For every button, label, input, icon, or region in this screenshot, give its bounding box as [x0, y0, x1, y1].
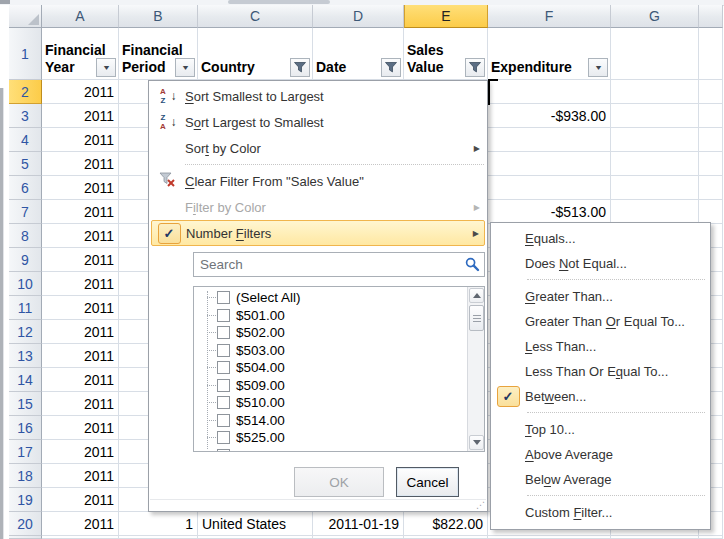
cell-G7[interactable]: [611, 200, 699, 224]
row-header-4[interactable]: 4: [9, 128, 42, 152]
row-header-17[interactable]: 17: [9, 440, 42, 464]
cell-C20[interactable]: United States: [198, 512, 313, 536]
cell-H4[interactable]: [699, 128, 723, 152]
cell-A16[interactable]: 2011: [42, 416, 119, 440]
column-header-partial[interactable]: [699, 5, 723, 28]
filter-button-financial-period[interactable]: ▼: [175, 58, 195, 77]
cell-A6[interactable]: 2011: [42, 176, 119, 200]
cell-E20[interactable]: $822.00: [404, 512, 488, 536]
filter-value-514-00[interactable]: $514.00: [200, 412, 484, 430]
cell-A9[interactable]: 2011: [42, 248, 119, 272]
menu-item-number-filters[interactable]: ✓Number Filters▶: [151, 220, 485, 246]
submenu-item-less-than-or-equal-to[interactable]: Less Than Or Equal To...: [491, 359, 710, 384]
column-header-A[interactable]: A: [42, 5, 119, 28]
cell-F2[interactable]: [488, 80, 611, 104]
filter-value-510-00[interactable]: $510.00: [200, 394, 484, 412]
select-all-corner[interactable]: [9, 5, 42, 28]
filter-button-country[interactable]: [290, 58, 310, 77]
ok-button[interactable]: OK: [294, 467, 384, 497]
cell-G5[interactable]: [611, 152, 699, 176]
cell-H7[interactable]: [699, 200, 723, 224]
submenu-item-above-average[interactable]: Above Average: [491, 442, 710, 467]
cell-G3[interactable]: [611, 104, 699, 128]
row-header-7[interactable]: 7: [9, 200, 42, 224]
row-header-18[interactable]: 18: [9, 464, 42, 488]
filter-button-expenditure[interactable]: ▼: [588, 58, 608, 77]
submenu-item-top-10[interactable]: Top 10...: [491, 417, 710, 442]
menu-item-clear-filter-from-sales-value[interactable]: Clear Filter From "Sales Value": [149, 168, 487, 194]
row-header-5[interactable]: 5: [9, 152, 42, 176]
column-header-C[interactable]: C: [198, 5, 313, 28]
menu-item-sort-by-color[interactable]: Sort by Color▶: [149, 135, 487, 161]
submenu-item-greater-than-or-equal-to[interactable]: Greater Than Or Equal To...: [491, 309, 710, 334]
header-cell-C[interactable]: Country: [198, 28, 313, 80]
cell-A8[interactable]: 2011: [42, 224, 119, 248]
submenu-item-does-not-equal[interactable]: Does Not Equal...: [491, 251, 710, 276]
header-cell-B[interactable]: FinancialPeriod▼: [119, 28, 198, 80]
cell-F7[interactable]: -$513.00: [488, 200, 611, 224]
row-header-15[interactable]: 15: [9, 392, 42, 416]
submenu-item-between[interactable]: ✓Between...: [491, 384, 710, 409]
cell-H2[interactable]: [699, 80, 723, 104]
row-header-20[interactable]: 20: [9, 512, 42, 536]
submenu-item-greater-than[interactable]: Greater Than...: [491, 284, 710, 309]
row-header-11[interactable]: 11: [9, 296, 42, 320]
cell-G6[interactable]: [611, 176, 699, 200]
filter-value-504-00[interactable]: $504.00: [200, 359, 484, 377]
scroll-up-button[interactable]: [469, 288, 484, 303]
row-header-8[interactable]: 8: [9, 224, 42, 248]
cell-H5[interactable]: [699, 152, 723, 176]
cell-A2[interactable]: 2011: [42, 80, 119, 104]
row-header-12[interactable]: 12: [9, 320, 42, 344]
header-cell-G[interactable]: [611, 28, 699, 80]
scrollbar-thumb[interactable]: [469, 305, 484, 331]
row-header-16[interactable]: 16: [9, 416, 42, 440]
cell-G2[interactable]: [611, 80, 699, 104]
filter-list-scrollbar[interactable]: [467, 287, 484, 451]
filter-button-financial-year[interactable]: ▼: [96, 58, 116, 77]
row-header-3[interactable]: 3: [9, 104, 42, 128]
cell-H3[interactable]: [699, 104, 723, 128]
cell-A10[interactable]: 2011: [42, 272, 119, 296]
filter-button-sales-value[interactable]: [465, 58, 485, 77]
menu-item-sort-largest-to-smallest[interactable]: ZA↓Sort Largest to Smallest: [149, 109, 487, 135]
row-header-14[interactable]: 14: [9, 368, 42, 392]
cell-A15[interactable]: 2011: [42, 392, 119, 416]
cell-A18[interactable]: 2011: [42, 464, 119, 488]
cell-F4[interactable]: [488, 128, 611, 152]
filter-button-date[interactable]: [381, 58, 401, 77]
row-header-2[interactable]: 2: [9, 80, 42, 104]
cell-A11[interactable]: 2011: [42, 296, 119, 320]
cell-A3[interactable]: 2011: [42, 104, 119, 128]
header-cell-D[interactable]: Date: [313, 28, 404, 80]
column-header-B[interactable]: B: [119, 5, 198, 28]
column-header-G[interactable]: G: [611, 5, 699, 28]
row-header-6[interactable]: 6: [9, 176, 42, 200]
submenu-item-equals[interactable]: Equals...: [491, 226, 710, 251]
cell-A20[interactable]: 2011: [42, 512, 119, 536]
column-header-D[interactable]: D: [313, 5, 404, 28]
row-header-1[interactable]: 1: [9, 28, 42, 80]
scroll-down-button[interactable]: [469, 435, 484, 450]
row-header-19[interactable]: 19: [9, 488, 42, 512]
cell-B20[interactable]: 1: [119, 512, 198, 536]
cell-A13[interactable]: 2011: [42, 344, 119, 368]
cancel-button[interactable]: Cancel: [396, 467, 459, 497]
filter-value-509-00[interactable]: $509.00: [200, 377, 484, 395]
filter-value-525-00[interactable]: $525.00: [200, 429, 484, 447]
column-header-E[interactable]: E: [404, 5, 488, 28]
row-header-13[interactable]: 13: [9, 344, 42, 368]
cell-D20[interactable]: 2011-01-19: [313, 512, 404, 536]
filter-search-box[interactable]: [193, 252, 485, 277]
submenu-item-below-average[interactable]: Below Average: [491, 467, 710, 492]
row-header-9[interactable]: 9: [9, 248, 42, 272]
filter-value-503-00[interactable]: $503.00: [200, 342, 484, 360]
cell-G4[interactable]: [611, 128, 699, 152]
submenu-item-less-than[interactable]: Less Than...: [491, 334, 710, 359]
header-cell-E[interactable]: SalesValue: [404, 28, 488, 80]
submenu-item-custom-filter[interactable]: Custom Filter...: [491, 500, 710, 525]
cell-A19[interactable]: 2011: [42, 488, 119, 512]
cell-F3[interactable]: -$938.00: [488, 104, 611, 128]
search-icon[interactable]: [460, 257, 484, 272]
resize-grip-icon[interactable]: ⋰: [476, 501, 485, 510]
